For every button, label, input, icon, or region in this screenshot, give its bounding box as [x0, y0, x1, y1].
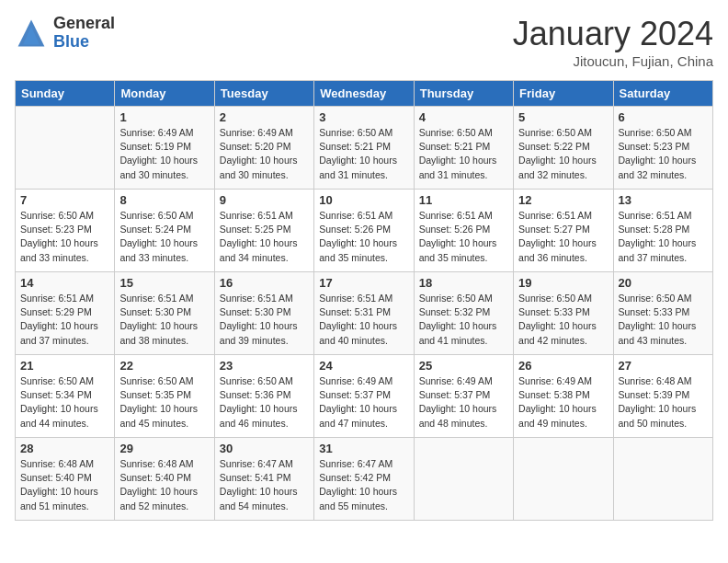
day-number: 30	[220, 442, 309, 455]
logo-text: General Blue	[53, 15, 115, 52]
day-info: Sunrise: 6:50 AMSunset: 5:23 PMDaylight:…	[20, 209, 109, 265]
day-number: 29	[119, 442, 209, 455]
day-number: 13	[619, 193, 708, 207]
calendar-cell: 27Sunrise: 6:48 AMSunset: 5:39 PMDayligh…	[613, 355, 712, 438]
week-row-5: 28Sunrise: 6:48 AMSunset: 5:40 PMDayligh…	[16, 438, 713, 521]
day-number: 23	[220, 359, 309, 373]
calendar-cell	[613, 438, 712, 521]
calendar-cell: 30Sunrise: 6:47 AMSunset: 5:41 PMDayligh…	[214, 438, 313, 521]
day-number: 11	[419, 193, 508, 207]
logo-blue: Blue	[53, 33, 115, 52]
day-number: 2	[220, 110, 309, 124]
calendar-table: SundayMondayTuesdayWednesdayThursdayFrid…	[15, 80, 713, 521]
calendar-cell: 28Sunrise: 6:48 AMSunset: 5:40 PMDayligh…	[16, 438, 115, 521]
calendar-cell	[16, 107, 115, 190]
day-info: Sunrise: 6:50 AMSunset: 5:34 PMDaylight:…	[20, 374, 109, 431]
day-number: 31	[319, 442, 408, 455]
day-info: Sunrise: 6:51 AMSunset: 5:27 PMDaylight:…	[518, 209, 608, 265]
day-number: 17	[319, 276, 408, 290]
calendar-cell: 16Sunrise: 6:51 AMSunset: 5:30 PMDayligh…	[214, 272, 313, 355]
calendar-cell: 5Sunrise: 6:50 AMSunset: 5:22 PMDaylight…	[514, 107, 613, 190]
day-info: Sunrise: 6:49 AMSunset: 5:37 PMDaylight:…	[419, 374, 508, 431]
day-number: 4	[419, 110, 508, 124]
header-monday: Monday	[115, 81, 214, 107]
page-header: General Blue January 2024 Jitoucun, Fuji…	[15, 15, 713, 69]
calendar-cell: 6Sunrise: 6:50 AMSunset: 5:23 PMDaylight…	[613, 107, 712, 190]
calendar-cell: 13Sunrise: 6:51 AMSunset: 5:28 PMDayligh…	[613, 190, 712, 272]
day-info: Sunrise: 6:50 AMSunset: 5:21 PMDaylight:…	[319, 126, 408, 182]
calendar-cell: 31Sunrise: 6:47 AMSunset: 5:42 PMDayligh…	[314, 438, 414, 521]
day-number: 19	[518, 276, 608, 290]
day-number: 6	[619, 110, 708, 124]
day-number: 7	[20, 193, 109, 207]
day-number: 21	[20, 359, 109, 373]
calendar-cell: 11Sunrise: 6:51 AMSunset: 5:26 PMDayligh…	[414, 190, 513, 272]
calendar-cell: 25Sunrise: 6:49 AMSunset: 5:37 PMDayligh…	[414, 355, 513, 438]
day-number: 3	[319, 110, 408, 124]
location-subtitle: Jitoucun, Fujian, China	[513, 53, 713, 69]
header-thursday: Thursday	[414, 81, 513, 107]
day-info: Sunrise: 6:47 AMSunset: 5:41 PMDaylight:…	[220, 457, 309, 513]
calendar-cell: 2Sunrise: 6:49 AMSunset: 5:20 PMDaylight…	[214, 107, 313, 190]
calendar-cell: 12Sunrise: 6:51 AMSunset: 5:27 PMDayligh…	[514, 190, 613, 272]
day-info: Sunrise: 6:51 AMSunset: 5:28 PMDaylight:…	[619, 209, 708, 265]
calendar-cell: 26Sunrise: 6:49 AMSunset: 5:38 PMDayligh…	[514, 355, 613, 438]
day-number: 18	[419, 276, 508, 290]
day-number: 9	[220, 193, 309, 207]
calendar-cell: 3Sunrise: 6:50 AMSunset: 5:21 PMDaylight…	[314, 107, 414, 190]
day-info: Sunrise: 6:51 AMSunset: 5:26 PMDaylight:…	[319, 209, 408, 265]
logo-general: General	[53, 15, 115, 33]
calendar-cell: 1Sunrise: 6:49 AMSunset: 5:19 PMDaylight…	[115, 107, 214, 190]
day-number: 28	[20, 442, 109, 455]
calendar-cell: 4Sunrise: 6:50 AMSunset: 5:21 PMDaylight…	[414, 107, 513, 190]
day-info: Sunrise: 6:49 AMSunset: 5:19 PMDaylight:…	[119, 126, 209, 182]
calendar-cell: 22Sunrise: 6:50 AMSunset: 5:35 PMDayligh…	[115, 355, 214, 438]
day-info: Sunrise: 6:51 AMSunset: 5:29 PMDaylight:…	[20, 292, 109, 348]
calendar-cell: 15Sunrise: 6:51 AMSunset: 5:30 PMDayligh…	[115, 272, 214, 355]
day-info: Sunrise: 6:51 AMSunset: 5:31 PMDaylight:…	[319, 292, 408, 348]
header-tuesday: Tuesday	[214, 81, 313, 107]
day-info: Sunrise: 6:50 AMSunset: 5:21 PMDaylight:…	[419, 126, 508, 182]
day-info: Sunrise: 6:49 AMSunset: 5:38 PMDaylight:…	[518, 374, 608, 431]
day-info: Sunrise: 6:50 AMSunset: 5:35 PMDaylight:…	[119, 374, 209, 431]
calendar-cell: 17Sunrise: 6:51 AMSunset: 5:31 PMDayligh…	[314, 272, 414, 355]
week-row-1: 1Sunrise: 6:49 AMSunset: 5:19 PMDaylight…	[16, 107, 713, 190]
calendar-cell: 10Sunrise: 6:51 AMSunset: 5:26 PMDayligh…	[314, 190, 414, 272]
week-row-2: 7Sunrise: 6:50 AMSunset: 5:23 PMDaylight…	[16, 190, 713, 272]
logo: General Blue	[15, 15, 115, 52]
logo-icon	[15, 17, 48, 50]
header-friday: Friday	[514, 81, 613, 107]
day-info: Sunrise: 6:51 AMSunset: 5:25 PMDaylight:…	[220, 209, 309, 265]
day-info: Sunrise: 6:51 AMSunset: 5:30 PMDaylight:…	[220, 292, 309, 348]
day-number: 14	[20, 276, 109, 290]
calendar-cell: 7Sunrise: 6:50 AMSunset: 5:23 PMDaylight…	[16, 190, 115, 272]
day-number: 5	[518, 110, 608, 124]
day-info: Sunrise: 6:50 AMSunset: 5:23 PMDaylight:…	[619, 126, 708, 182]
month-title: January 2024	[513, 15, 713, 53]
calendar-cell: 18Sunrise: 6:50 AMSunset: 5:32 PMDayligh…	[414, 272, 513, 355]
day-number: 27	[619, 359, 708, 373]
day-info: Sunrise: 6:50 AMSunset: 5:33 PMDaylight:…	[619, 292, 708, 348]
day-number: 1	[119, 110, 209, 124]
day-info: Sunrise: 6:50 AMSunset: 5:33 PMDaylight:…	[518, 292, 608, 348]
title-block: January 2024 Jitoucun, Fujian, China	[513, 15, 713, 69]
day-number: 8	[119, 193, 209, 207]
header-sunday: Sunday	[16, 81, 115, 107]
calendar-cell: 29Sunrise: 6:48 AMSunset: 5:40 PMDayligh…	[115, 438, 214, 521]
day-info: Sunrise: 6:47 AMSunset: 5:42 PMDaylight:…	[319, 457, 408, 513]
day-info: Sunrise: 6:50 AMSunset: 5:22 PMDaylight:…	[518, 126, 608, 182]
week-row-3: 14Sunrise: 6:51 AMSunset: 5:29 PMDayligh…	[16, 272, 713, 355]
calendar-cell	[414, 438, 513, 521]
header-saturday: Saturday	[613, 81, 712, 107]
calendar-cell	[514, 438, 613, 521]
calendar-cell: 14Sunrise: 6:51 AMSunset: 5:29 PMDayligh…	[16, 272, 115, 355]
calendar-cell: 23Sunrise: 6:50 AMSunset: 5:36 PMDayligh…	[214, 355, 313, 438]
day-info: Sunrise: 6:51 AMSunset: 5:26 PMDaylight:…	[419, 209, 508, 265]
day-number: 16	[220, 276, 309, 290]
day-info: Sunrise: 6:50 AMSunset: 5:32 PMDaylight:…	[419, 292, 508, 348]
calendar-cell: 20Sunrise: 6:50 AMSunset: 5:33 PMDayligh…	[613, 272, 712, 355]
calendar-cell: 8Sunrise: 6:50 AMSunset: 5:24 PMDaylight…	[115, 190, 214, 272]
days-header-row: SundayMondayTuesdayWednesdayThursdayFrid…	[16, 81, 713, 107]
day-number: 20	[619, 276, 708, 290]
header-wednesday: Wednesday	[314, 81, 414, 107]
